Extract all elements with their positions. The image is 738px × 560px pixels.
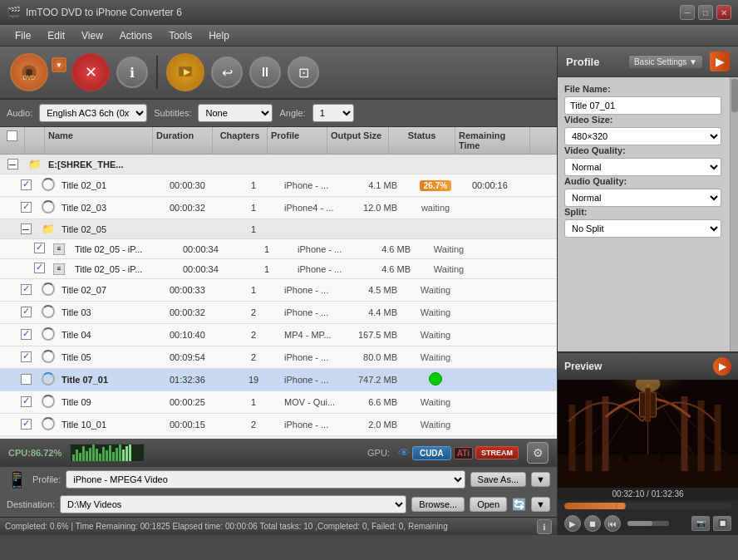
spin-icon	[42, 178, 55, 191]
preview-time: 00:32:10 / 01:32:36	[558, 488, 738, 500]
cpu-bar: CPU:86.72%	[0, 439, 557, 467]
videoquality-label: Video Quality:	[564, 145, 721, 155]
pause-button[interactable]: ⏸	[249, 56, 281, 88]
toolbar: DVD ▼ ✕ ℹ ↩ ⏸ ⊡	[0, 47, 557, 100]
col-header-duration[interactable]: Duration	[153, 127, 213, 154]
status-info-button[interactable]: ℹ	[537, 519, 552, 534]
list-item[interactable]: Title 05 00:09:54 2 iPhone - ... 80.0 MB…	[0, 346, 557, 369]
list-item[interactable]: Title 10_01 00:00:15 2 iPhone - ... 2.0 …	[0, 414, 557, 436]
col-header-name[interactable]: Name	[45, 127, 153, 154]
filename-input[interactable]	[564, 96, 721, 115]
preview-progress-bar[interactable]	[564, 503, 731, 509]
menu-view[interactable]: View	[73, 27, 111, 44]
convert-button[interactable]	[166, 53, 204, 91]
destination-dropdown-button[interactable]: ▼	[531, 497, 550, 512]
angle-select[interactable]: 1	[312, 104, 354, 122]
group-expand-icon[interactable]: ─	[7, 159, 18, 169]
minimize-button[interactable]: ─	[680, 5, 695, 20]
list-item[interactable]: Title 07_01 01:32:36 19 iPhone - ... 747…	[0, 369, 557, 391]
list-item[interactable]: ≡ Title 02_05 - iP... 00:00:34 1 iPhone …	[0, 239, 557, 259]
videosize-group: Video Size: 480×320	[564, 115, 721, 145]
split-select[interactable]: No Split	[564, 219, 721, 238]
row-checkbox[interactable]	[21, 374, 32, 385]
stop-button[interactable]: ✕	[71, 53, 110, 91]
profile-select[interactable]: iPhone - MPEG4 Video	[66, 470, 465, 489]
col-header-status[interactable]: Status	[389, 127, 455, 154]
col-header-profile[interactable]: Profile	[268, 127, 327, 154]
list-item[interactable]: Title 03 00:00:32 2 iPhone - ... 4.4 MB …	[0, 302, 557, 324]
menu-help[interactable]: Help	[200, 27, 238, 44]
settings-scrollbar[interactable]	[730, 77, 738, 351]
maximize-button[interactable]: □	[698, 5, 713, 20]
row-checkbox[interactable]	[21, 396, 32, 407]
prev-frame-button[interactable]: ⏮	[604, 515, 621, 532]
row-checkbox[interactable]	[21, 179, 32, 190]
row-checkbox[interactable]	[21, 284, 32, 295]
status-text: Waiting	[421, 285, 450, 295]
open-preview-button[interactable]: 🔲	[713, 516, 731, 531]
select-all-checkbox[interactable]	[7, 130, 17, 141]
list-item[interactable]: Title 04 00:10:40 2 MP4 - MP... 167.5 MB…	[0, 324, 557, 346]
stop-preview-button[interactable]: ⏹	[584, 515, 601, 532]
row-checkbox[interactable]	[21, 351, 32, 362]
row-checkbox[interactable]	[34, 263, 45, 273]
list-item[interactable]: Title 02_01 00:00:30 1 iPhone - ... 4.1 …	[0, 174, 557, 197]
list-item[interactable]: ≡ Title 02_05 - iP... 00:00:34 1 iPhone …	[0, 259, 557, 279]
status-text: Waiting	[421, 352, 450, 362]
preview-go-button[interactable]: ▶	[713, 357, 731, 376]
status-text: Waiting	[421, 307, 450, 317]
list-item[interactable]: ─ 📁 E:[SHREK_THE...	[0, 155, 557, 174]
bottom-controls: CPU:86.72%	[0, 439, 557, 517]
list-item[interactable]: Title 02_03 00:00:32 1 iPhone4 - ... 12.…	[0, 197, 557, 219]
close-button[interactable]: ✕	[716, 5, 731, 20]
undo-button[interactable]: ↩	[211, 56, 243, 88]
gpu-settings-button[interactable]: ⚙	[527, 442, 549, 464]
col-header-remaining[interactable]: Remaining Time	[455, 127, 530, 154]
menu-file[interactable]: File	[7, 27, 39, 44]
save-as-button[interactable]: Save As...	[470, 472, 527, 487]
info-button[interactable]: ℹ	[116, 56, 148, 88]
play-button[interactable]: ▶	[564, 515, 581, 532]
list-item[interactable]: ─ 📁 Title 02_05 1	[0, 219, 557, 239]
videosize-select[interactable]: 480×320	[564, 127, 721, 145]
col-header-chapters[interactable]: Chapters	[213, 127, 268, 154]
row-checkbox[interactable]	[21, 329, 32, 340]
add-dropdown-button[interactable]: ▼	[52, 57, 66, 72]
list-item[interactable]: Title 09 00:00:25 1 MOV - Qui... 6.6 MB …	[0, 391, 557, 414]
list-item[interactable]: Title 02_07 00:00:33 1 iPhone - ... 4.5 …	[0, 279, 557, 302]
browse-button[interactable]: Browse...	[411, 497, 465, 512]
ati-logo: ATi	[454, 447, 473, 459]
row-checkbox[interactable]	[21, 202, 32, 213]
col-header-output[interactable]: Output Size	[327, 127, 389, 154]
videoquality-select[interactable]: Normal	[564, 158, 721, 176]
subtitles-select[interactable]: None	[198, 104, 273, 122]
spin-icon	[42, 305, 55, 318]
preview-panel: Preview ▶	[558, 351, 738, 535]
ready-icon	[429, 372, 442, 386]
menu-tools[interactable]: Tools	[160, 27, 200, 44]
destination-label: Destination:	[7, 499, 55, 509]
row-checkbox[interactable]	[21, 419, 32, 430]
audioquality-select[interactable]: Normal	[564, 189, 721, 207]
row-checkbox[interactable]	[21, 307, 32, 317]
status-bar: Completed: 0.6% | Time Remaining: 00:182…	[0, 517, 557, 535]
open-button[interactable]: Open	[470, 497, 507, 512]
row-checkbox[interactable]	[34, 243, 45, 253]
basic-settings-button[interactable]: Basic Settings ▼	[628, 55, 703, 69]
group-expand-icon[interactable]: ─	[21, 224, 32, 234]
scrollbar-thumb[interactable]	[731, 79, 738, 112]
menu-edit[interactable]: Edit	[39, 27, 73, 44]
screenshot-button[interactable]: 📷	[691, 516, 710, 531]
save-as-dropdown-button[interactable]: ▼	[531, 472, 550, 487]
volume-slider[interactable]	[627, 521, 669, 526]
fullscreen-button[interactable]: ⊡	[288, 56, 319, 88]
profile-expand-button[interactable]: ▶	[710, 52, 730, 71]
preview-progress-thumb[interactable]	[616, 503, 626, 509]
status-text: Completed: 0.6% | Time Remaining: 00:182…	[5, 522, 537, 531]
destination-select[interactable]: D:\My Videos	[60, 495, 406, 513]
svg-rect-13	[715, 405, 721, 471]
menu-actions[interactable]: Actions	[111, 27, 160, 44]
audio-select[interactable]: English AC3 6ch (0xt▼	[39, 104, 147, 122]
add-button[interactable]: DVD	[10, 53, 48, 91]
phone-device-icon: 📱	[7, 469, 27, 489]
